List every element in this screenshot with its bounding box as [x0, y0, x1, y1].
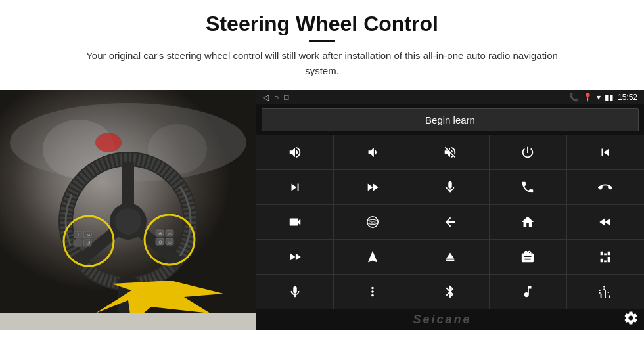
ff-skip-button[interactable] — [334, 170, 411, 204]
page: Steering Wheel Control Your original car… — [0, 0, 644, 360]
back-nav-icon — [443, 215, 457, 229]
rewind-icon — [598, 215, 612, 229]
mute-button[interactable] — [411, 135, 488, 169]
back-nav-button[interactable] — [411, 205, 488, 239]
svg-text:+: + — [77, 233, 80, 237]
android-ui: ◁ ○ □ 📞 📍 ▾ ▮▮ 15:52 Begin learn — [256, 90, 644, 330]
battery-icon: ▮▮ — [605, 93, 614, 102]
next-button[interactable] — [256, 170, 333, 204]
phone-icon — [520, 180, 535, 194]
page-title: Steering Wheel Control — [26, 12, 618, 36]
prev-track-button[interactable] — [567, 135, 644, 169]
wifi-icon: ▾ — [597, 93, 601, 102]
statusbar-info: 📞 📍 ▾ ▮▮ 15:52 — [569, 93, 637, 102]
phone-icon: 📞 — [569, 93, 579, 102]
home-nav-icon — [520, 215, 535, 229]
settings2-icon — [365, 284, 380, 299]
settings2-button[interactable] — [334, 275, 411, 309]
bluetooth-button[interactable] — [411, 275, 488, 309]
sound-levels-button[interactable] — [567, 275, 644, 309]
fast-forward-button[interactable] — [256, 240, 333, 274]
fast-forward-icon — [288, 250, 302, 264]
svg-point-12 — [115, 208, 141, 235]
360-icon: 360° — [365, 215, 380, 229]
statusbar-nav: ◁ ○ □ — [263, 93, 289, 102]
camera-button[interactable] — [256, 205, 333, 239]
gear-icon — [623, 310, 639, 326]
begin-learn-button[interactable]: Begin learn — [262, 108, 639, 131]
nav-recent-icon[interactable]: □ — [284, 93, 288, 102]
vol-down-button[interactable] — [334, 135, 411, 169]
begin-learn-row: Begin learn — [256, 104, 644, 135]
svg-text:M: M — [87, 233, 90, 237]
controls-grid: 360° — [256, 135, 644, 309]
rewind-button[interactable] — [567, 205, 644, 239]
camera-icon — [288, 215, 302, 229]
gps-nav-button[interactable] — [334, 240, 411, 274]
svg-point-4 — [95, 133, 122, 152]
power-button[interactable] — [490, 135, 566, 169]
car-steering-svg: + M - ↺ ⊕ ◇ ⊙ ◇ — [0, 90, 256, 313]
title-divider — [309, 40, 335, 42]
nav-home-icon[interactable]: ○ — [274, 93, 279, 102]
car-image-area: + M - ↺ ⊕ ◇ ⊙ ◇ — [0, 90, 256, 330]
svg-text:⊙: ⊙ — [158, 240, 162, 244]
hangup-icon — [598, 180, 612, 194]
svg-text:◇: ◇ — [168, 232, 172, 236]
home-nav-button[interactable] — [490, 205, 566, 239]
mic2-icon — [288, 284, 302, 299]
mute-icon — [443, 145, 457, 160]
eq-button[interactable] — [567, 240, 644, 274]
eject-button[interactable] — [411, 240, 488, 274]
mic-icon — [443, 180, 457, 194]
eq-icon — [598, 250, 612, 264]
svg-text:◇: ◇ — [168, 240, 172, 244]
svg-text:⊕: ⊕ — [158, 231, 162, 236]
nav-back-icon[interactable]: ◁ — [263, 93, 269, 102]
gps-nav-icon — [365, 250, 380, 264]
music-button[interactable] — [490, 275, 566, 309]
gear-settings-button[interactable] — [623, 310, 639, 329]
hangup-button[interactable] — [567, 170, 644, 204]
header-section: Steering Wheel Control Your original car… — [0, 0, 644, 83]
sound-levels-icon — [598, 284, 612, 299]
phone-button[interactable] — [490, 170, 566, 204]
eject-icon — [443, 250, 457, 264]
vol-up-icon — [288, 145, 302, 160]
radio-button[interactable] — [490, 240, 566, 274]
vol-up-button[interactable] — [256, 135, 333, 169]
next-icon — [288, 180, 302, 194]
seicane-watermark: Seicane — [410, 310, 474, 329]
power-icon — [520, 145, 535, 160]
svg-text:360°: 360° — [369, 221, 376, 225]
content-area: + M - ↺ ⊕ ◇ ⊙ ◇ — [0, 90, 644, 330]
subtitle-text: Your original car's steering wheel contr… — [72, 49, 572, 78]
radio-icon — [520, 250, 535, 264]
prev-track-icon — [598, 145, 612, 160]
location-icon: 📍 — [583, 93, 593, 102]
svg-text:↺: ↺ — [86, 240, 91, 246]
360-button[interactable]: 360° — [334, 205, 411, 239]
music-icon — [520, 284, 535, 299]
vol-down-icon — [365, 145, 380, 160]
android-statusbar: ◁ ○ □ 📞 📍 ▾ ▮▮ 15:52 — [256, 90, 644, 104]
ff-skip-icon — [365, 180, 380, 194]
mic2-button[interactable] — [256, 275, 333, 309]
mic-button[interactable] — [411, 170, 488, 204]
time-display: 15:52 — [618, 93, 637, 102]
bluetooth-icon — [443, 284, 457, 299]
